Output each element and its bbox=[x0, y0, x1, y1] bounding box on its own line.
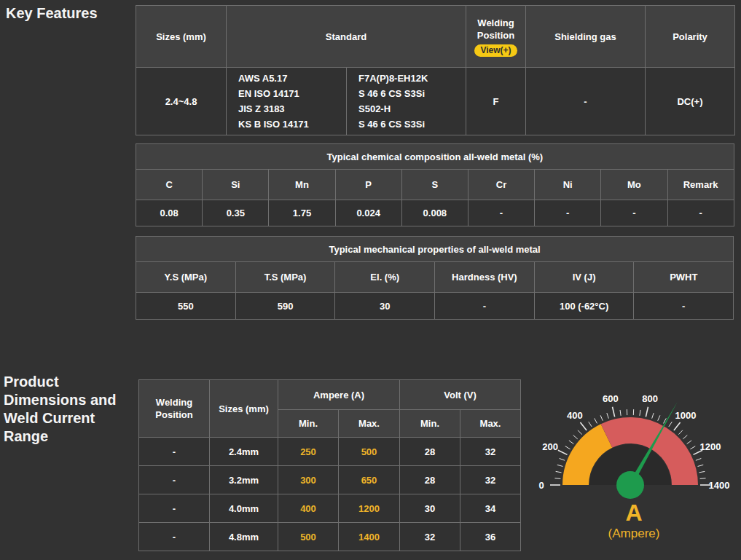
gauge-minor-tick bbox=[687, 441, 691, 444]
standard-spec-line: KS B ISO 14171 bbox=[238, 117, 309, 132]
chem-header-cell: Mo bbox=[601, 170, 667, 200]
current-cell-size: 4.8mm bbox=[210, 523, 278, 551]
gauge-minor-tick bbox=[589, 422, 592, 427]
gauge-major-tick bbox=[558, 450, 568, 454]
view-button[interactable]: View(+) bbox=[474, 44, 517, 57]
chem-value-cell: - bbox=[468, 200, 534, 226]
spec-col-standard: Standard bbox=[227, 6, 466, 67]
mech-header-cell: El. (%) bbox=[335, 262, 434, 292]
current-cell-amp-max: 650 bbox=[339, 466, 399, 494]
gauge-tick-label: 600 bbox=[603, 393, 619, 404]
gauge-minor-tick bbox=[678, 430, 683, 435]
gauge-minor-tick bbox=[669, 422, 672, 427]
current-cell-amp-min: 400 bbox=[278, 494, 338, 522]
gauge-tick-label: 0 bbox=[538, 480, 544, 491]
mech-header-cell: T.S (MPa) bbox=[236, 262, 335, 292]
chem-header-cell: S bbox=[402, 170, 468, 200]
gauge-title: A bbox=[527, 500, 741, 525]
gauge-minor-tick bbox=[607, 413, 608, 419]
gauge-tick-label: 1200 bbox=[699, 441, 721, 452]
current-cell-volt-min: 28 bbox=[400, 466, 460, 494]
chem-header-cell: C bbox=[136, 170, 202, 200]
current-cell-volt-max: 32 bbox=[460, 438, 520, 465]
gauge-minor-tick bbox=[557, 465, 563, 466]
gauge-minor-tick bbox=[560, 458, 565, 460]
current-cell-volt-min: 28 bbox=[400, 438, 460, 465]
gauge-minor-tick bbox=[556, 471, 562, 472]
current-col-volt-max: Max. bbox=[460, 410, 520, 437]
gauge-minor-tick bbox=[565, 446, 571, 449]
current-cell-volt-max: 36 bbox=[460, 523, 520, 551]
chem-header-cell: Mn bbox=[269, 170, 334, 200]
standard-class-line: F7A(P)8-EH12K bbox=[358, 71, 428, 86]
mechanical-table-title: Typical mechanical properties of all-wel… bbox=[136, 237, 733, 261]
gauge-tick-label: 200 bbox=[542, 441, 558, 452]
chemical-composition-table: Typical chemical composition all-weld me… bbox=[136, 143, 734, 226]
gauge-minor-tick bbox=[699, 471, 705, 472]
gauge-dial: 0200400600800100012001400 bbox=[527, 376, 741, 502]
current-cell-amp-max: 1200 bbox=[339, 494, 399, 522]
current-cell-amp-max: 500 bbox=[339, 438, 399, 465]
mech-value-cell: 590 bbox=[236, 293, 335, 319]
spec-table: Sizes (mm) Standard Welding Position Vie… bbox=[136, 5, 735, 135]
current-col-volt-min: Min. bbox=[400, 410, 460, 437]
chemical-table-title: Typical chemical composition all-weld me… bbox=[136, 144, 734, 169]
gauge-minor-tick bbox=[578, 430, 582, 435]
mech-value-cell: - bbox=[435, 293, 534, 319]
current-col-welding-position: Welding Position bbox=[139, 380, 209, 437]
spec-col-shielding-gas: Shielding gas bbox=[526, 6, 645, 67]
current-col-ampere: Ampere (A) bbox=[278, 380, 399, 409]
gauge-tick-label: 400 bbox=[567, 410, 583, 421]
current-cell-amp-min: 300 bbox=[278, 466, 338, 494]
mech-header-cell: Y.S (MPa) bbox=[136, 262, 235, 292]
gauge-minor-tick bbox=[600, 415, 603, 420]
spec-cell-shielding-gas: - bbox=[526, 68, 645, 135]
gauge-minor-tick bbox=[700, 478, 706, 479]
gauge-minor-tick bbox=[569, 441, 573, 444]
standard-class-line: S502-H bbox=[358, 101, 391, 117]
spec-cell-sizes: 2.4~4.8 bbox=[136, 68, 226, 135]
current-cell-wp: - bbox=[139, 466, 209, 494]
chem-value-cell: - bbox=[668, 200, 734, 226]
gauge-minor-tick bbox=[595, 418, 597, 423]
spec-cell-polarity: DC(+) bbox=[646, 68, 734, 135]
current-cell-wp: - bbox=[139, 494, 209, 522]
current-cell-amp-min: 500 bbox=[278, 523, 338, 551]
gauge-major-tick bbox=[580, 422, 587, 430]
current-cell-volt-min: 32 bbox=[400, 523, 460, 551]
mech-value-cell: - bbox=[634, 293, 733, 319]
chem-header-cell: P bbox=[336, 170, 401, 200]
current-cell-size: 4.0mm bbox=[210, 494, 278, 522]
current-col-volt: Volt (V) bbox=[400, 380, 520, 409]
current-cell-volt-max: 32 bbox=[460, 466, 520, 494]
mech-value-cell: 100 (-62°C) bbox=[535, 293, 634, 319]
mech-header-cell: Hardness (HV) bbox=[435, 262, 534, 292]
current-cell-amp-min: 250 bbox=[278, 438, 338, 465]
chem-header-cell: Remark bbox=[668, 170, 734, 200]
standard-class-line: S 46 6 CS S3Si bbox=[358, 117, 425, 132]
spec-col-sizes: Sizes (mm) bbox=[136, 6, 226, 67]
current-col-sizes: Sizes (mm) bbox=[210, 380, 278, 437]
current-cell-wp: - bbox=[139, 438, 209, 465]
gauge-hub bbox=[616, 471, 644, 499]
key-features-heading: Key Features bbox=[6, 4, 133, 23]
gauge-minor-tick bbox=[573, 435, 578, 439]
gauge-tick-label: 800 bbox=[642, 393, 658, 404]
current-cell-amp-max: 1400 bbox=[339, 523, 399, 551]
mech-header-cell: PWHT bbox=[634, 262, 733, 292]
current-col-amp-max: Max. bbox=[339, 410, 399, 437]
standard-class-line: S 46 6 CS S3Si bbox=[358, 86, 425, 101]
chem-header-cell: Ni bbox=[535, 170, 600, 200]
mechanical-properties-table: Typical mechanical properties of all-wel… bbox=[136, 236, 734, 320]
spec-cell-welding-position: F bbox=[466, 68, 525, 135]
chem-header-cell: Cr bbox=[468, 170, 534, 200]
current-welding-position-label: Welding Position bbox=[149, 396, 200, 421]
spec-cell-standard-classes: F7A(P)8-EH12K S 46 6 CS S3Si S502-H S 46… bbox=[347, 68, 466, 135]
spec-cell-standard-specs: AWS A5.17 EN ISO 14171 JIS Z 3183 KS B I… bbox=[227, 68, 346, 135]
chem-value-cell: 0.008 bbox=[402, 200, 468, 226]
gauge-minor-tick bbox=[652, 413, 654, 419]
gauge-tick-label: 1000 bbox=[675, 410, 697, 421]
gauge-major-tick bbox=[613, 407, 615, 417]
current-cell-volt-max: 34 bbox=[460, 494, 520, 522]
chem-value-cell: 0.35 bbox=[203, 200, 268, 226]
